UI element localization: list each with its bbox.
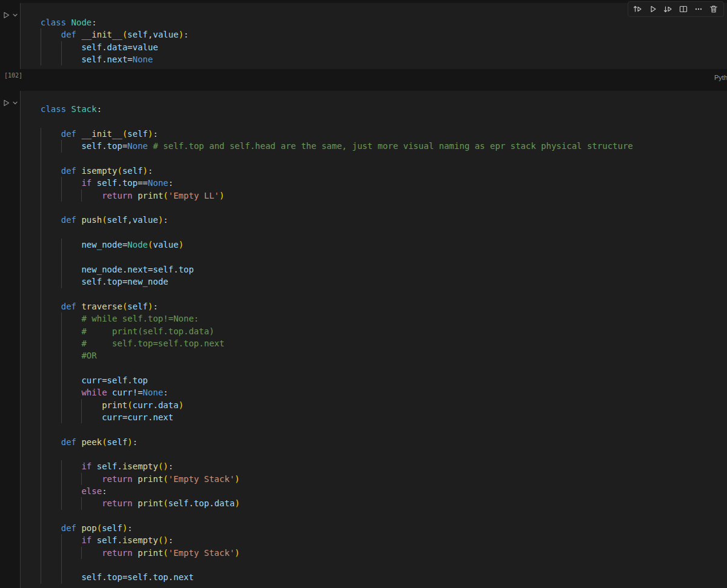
code-token: None [127,141,148,151]
code-token: ( [163,191,168,200]
code-token [41,400,102,410]
indent-guide [61,362,62,374]
code-token: . [102,55,107,64]
indent-guide [61,239,62,251]
code-token: ) [234,548,239,558]
code-token: data [107,42,128,52]
code-token: value [133,42,158,52]
code-token: print [102,400,127,410]
indent-guide [41,411,41,423]
execute-below-icon [663,4,673,14]
code-token: . [117,461,122,471]
execute-below-button[interactable] [662,3,674,15]
code-token: curr [112,388,133,397]
code-line: return print(self.top.data) [41,497,727,509]
code-token: # self.top and self.head are the same, j… [153,141,632,151]
indent-guide [81,473,82,485]
code-token: self [81,55,102,64]
code-token: self [127,302,148,311]
code-token [41,498,102,508]
code-token: def [61,30,82,39]
more-actions-button[interactable] [692,3,705,15]
code-token: self [102,523,122,533]
indent-guide [61,140,62,152]
indent-guide [61,349,62,362]
code-token: ) [127,437,132,447]
code-token: ) [179,30,184,39]
language-picker[interactable]: Python [714,74,727,81]
split-cell-button[interactable] [677,3,689,15]
indent-guide [61,251,62,263]
execute-cell-button[interactable] [647,3,659,15]
code-token: def [61,166,82,176]
code-token: while [81,388,112,397]
code-token: self [107,215,128,225]
code-token: traverse [81,302,122,311]
code-line: def __init__(self,value): [41,28,727,41]
cell-editor[interactable]: class Stack: def __init__(self): self.to… [20,91,727,588]
run-cell-button[interactable] [2,99,10,107]
indent-guide [41,28,41,41]
code-token: ( [102,437,107,447]
indent-guide [61,547,62,559]
indent-guide [61,325,62,337]
execute-above-button[interactable] [632,3,644,15]
code-token: Stack [71,104,97,114]
code-token: top [107,277,122,286]
code-line: self.next=None [41,53,727,65]
code-token: curr [127,412,148,422]
indent-guide [41,300,41,312]
code-token: = [102,375,107,385]
code-area: class Stack: def __init__(self): self.to… [21,91,727,583]
code-token: def [61,523,82,533]
indent-guide [61,53,62,65]
indent-guide [41,547,41,559]
delete-cell-button[interactable] [708,3,720,15]
code-token: def [61,302,82,311]
run-cell-button[interactable] [2,11,10,19]
code-line: # self.top=self.top.next [41,337,727,349]
delete-cell-icon [709,4,719,14]
code-token: . [117,178,122,188]
split-cell-icon [679,4,688,14]
code-token: top [107,141,122,151]
code-line: def traverse(self): [41,300,727,312]
code-token: : [91,18,96,27]
collapse-cell-button[interactable] [11,11,19,19]
code-token: top [107,572,122,582]
indent-guide [41,214,41,226]
code-token: curr [81,375,102,385]
code-token: () [158,535,168,545]
code-token: . [102,141,107,151]
code-token: : [148,166,153,176]
code-line: def push(self,value): [41,214,727,226]
indent-guide [41,251,41,263]
code-line [41,362,727,374]
code-token: data [214,498,235,508]
code-area: class Node: def __init__(self,value): se… [21,3,727,69]
code-token: new_node [81,240,122,249]
code-token: top [179,265,194,274]
code-token: ( [163,548,168,558]
code-token: #OR [81,351,96,360]
indent-guide [81,497,82,509]
indent-guide [41,559,41,571]
indent-guide [81,399,82,411]
code-token: != [133,388,143,397]
cell-editor[interactable]: class Node: def __init__(self,value): se… [20,3,727,69]
indent-guide [41,263,41,276]
code-token: ) [179,400,184,410]
code-token: return [102,474,138,484]
code-line [41,202,727,214]
indent-guide [61,473,62,485]
collapse-cell-button[interactable] [11,99,19,107]
code-token [41,412,102,422]
code-token: 'Empty Stack' [168,548,235,558]
code-token: None [143,388,164,397]
code-line: return print('Empty Stack') [41,473,727,485]
indent-guide [61,41,62,53]
code-line: if self.isempty(): [41,460,727,472]
code-token: new_node [127,277,168,286]
code-token: top [122,178,138,188]
indent-guide [41,386,41,398]
